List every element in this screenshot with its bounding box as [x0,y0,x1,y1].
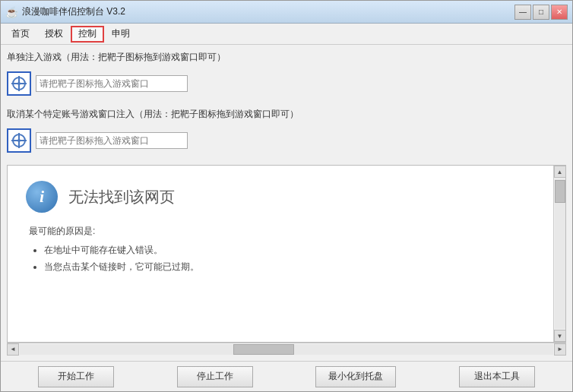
cancel-inject-title: 取消某个特定账号游戏窗口注入（用法：把靶子图标拖到游戏窗口即可） [7,108,566,121]
minimize-button[interactable]: — [514,5,531,20]
single-inject-row [7,68,566,99]
single-inject-target-icon[interactable] [7,71,31,96]
error-reason-1: 在地址中可能存在键入错误。 [44,242,535,259]
maximize-button[interactable]: □ [533,5,549,20]
crosshair-icon [11,76,27,91]
scrollbar-thumb[interactable] [555,180,565,203]
error-reason-title: 最可能的原因是: [29,225,535,238]
main-window: ☕ 浪漫咖啡伴侣控制台 V3.2 — □ ✕ 首页 授权 控制 申明 单独注入游… [0,0,573,392]
vertical-scrollbar[interactable]: ▲ ▼ [553,166,565,342]
scrollbar-track[interactable] [555,179,565,329]
horizontal-scrollbar[interactable]: ◄ ► [7,343,566,355]
crosshair-dot [17,82,21,85]
menu-item-declare[interactable]: 申明 [104,26,138,43]
browser-content: i 无法找到该网页 最可能的原因是: 在地址中可能存在键入错误。 当您点击某个链… [8,166,553,342]
scrollbar-up-button[interactable]: ▲ [554,166,566,178]
single-inject-input[interactable] [36,75,188,92]
single-inject-section: 单独注入游戏（用法：把靶子图标拖到游戏窗口即可） [7,51,566,99]
error-title: 无法找到该网页 [68,187,175,207]
cancel-inject-section: 取消某个特定账号游戏窗口注入（用法：把靶子图标拖到游戏窗口即可） [7,108,566,156]
menu-item-auth[interactable]: 授权 [37,26,71,43]
bottom-toolbar: 开始工作 停止工作 最小化到托盘 退出本工具 [1,361,572,391]
error-reason-2: 当您点击某个链接时，它可能已过期。 [44,259,535,276]
h-scroll-thumb[interactable] [233,344,294,355]
title-controls: — □ ✕ [514,5,568,20]
single-inject-title: 单独注入游戏（用法：把靶子图标拖到游戏窗口即可） [7,51,566,64]
error-header: i 无法找到该网页 [26,181,535,213]
menu-item-home[interactable]: 首页 [4,26,37,43]
crosshair-dot-2 [17,139,21,142]
main-content: 单独注入游戏（用法：把靶子图标拖到游戏窗口即可） 取消某个特定账号游戏窗口注入（… [1,45,572,361]
menu-item-control[interactable]: 控制 [71,26,104,43]
stop-work-button[interactable]: 停止工作 [177,366,253,387]
cancel-inject-input[interactable] [36,132,188,149]
start-work-button[interactable]: 开始工作 [38,366,114,387]
close-button[interactable]: ✕ [551,5,568,20]
title-bar: ☕ 浪漫咖啡伴侣控制台 V3.2 — □ ✕ [1,1,572,24]
info-icon: i [26,181,58,213]
exit-button[interactable]: 退出本工具 [459,366,535,387]
browser-area: i 无法找到该网页 最可能的原因是: 在地址中可能存在键入错误。 当您点击某个链… [7,165,566,343]
app-icon: ☕ [5,6,17,18]
error-body: 最可能的原因是: 在地址中可能存在键入错误。 当您点击某个链接时，它可能已过期。 [26,225,535,275]
cancel-inject-target-icon[interactable] [7,128,31,153]
minimize-tray-button[interactable]: 最小化到托盘 [315,366,396,387]
scrollbar-down-button[interactable]: ▼ [554,330,566,342]
h-scroll-track[interactable] [20,344,553,355]
menu-bar: 首页 授权 控制 申明 [1,24,572,45]
error-list: 在地址中可能存在键入错误。 当您点击某个链接时，它可能已过期。 [29,242,535,275]
h-scroll-right-button[interactable]: ► [554,343,566,356]
cancel-inject-row [7,125,566,156]
h-scroll-left-button[interactable]: ◄ [7,343,19,356]
crosshair-icon-2 [11,133,27,148]
window-title: 浪漫咖啡伴侣控制台 V3.2 [22,5,514,18]
